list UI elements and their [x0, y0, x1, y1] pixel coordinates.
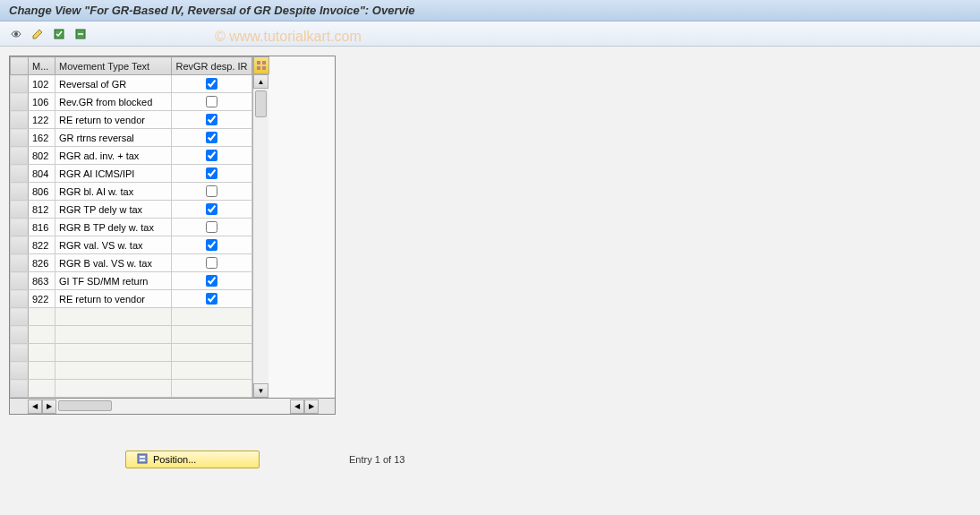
cell-code[interactable]: 102	[29, 75, 55, 93]
hscroll-track[interactable]	[56, 399, 290, 414]
cell-text[interactable]: Rev.GR from blocked	[55, 93, 172, 111]
row-selector[interactable]	[11, 201, 29, 219]
cell-code[interactable]: 804	[29, 165, 55, 183]
revgr-checkbox[interactable]	[206, 239, 217, 251]
cell-text[interactable]: Reversal of GR	[55, 75, 172, 93]
cell-check[interactable]	[172, 272, 252, 290]
revgr-checkbox[interactable]	[206, 275, 217, 287]
vscroll-track[interactable]	[253, 89, 268, 383]
row-selector[interactable]	[11, 254, 29, 272]
table-row[interactable]: 816 RGR B TP dely w. tax	[11, 219, 252, 236]
cell-code[interactable]: 863	[29, 272, 55, 290]
cell-code[interactable]: 822	[29, 236, 55, 254]
cell-text[interactable]: RGR val. VS w. tax	[55, 236, 172, 254]
cell-check[interactable]	[172, 75, 252, 93]
scroll-left-icon[interactable]: ▶	[42, 399, 56, 414]
header-selector[interactable]	[11, 57, 29, 75]
row-selector[interactable]	[11, 290, 29, 308]
cell-text[interactable]: RGR ad. inv. + tax	[55, 147, 172, 165]
cell-code[interactable]: 816	[29, 219, 55, 236]
horizontal-scrollbar[interactable]: ◀ ▶ ◀ ▶	[9, 399, 336, 415]
table-row[interactable]: 122 RE return to vendor	[11, 111, 252, 129]
cell-text[interactable]: RGR AI ICMS/IPI	[55, 165, 172, 183]
cell-check[interactable]	[172, 93, 252, 111]
cell-code[interactable]: 922	[29, 290, 55, 308]
revgr-checkbox[interactable]	[206, 185, 217, 197]
cell-code[interactable]: 162	[29, 129, 55, 147]
cell-code[interactable]: 812	[29, 201, 55, 219]
position-button[interactable]: Position...	[125, 451, 260, 468]
revgr-checkbox[interactable]	[206, 293, 217, 305]
row-selector[interactable]	[11, 272, 29, 290]
scroll-left-start-icon[interactable]: ◀	[28, 399, 42, 414]
cell-check[interactable]	[172, 111, 252, 129]
deselect-all-button[interactable]	[72, 25, 89, 43]
table-row[interactable]: 102 Reversal of GR	[11, 75, 252, 93]
cell-text[interactable]: RGR TP dely w tax	[55, 201, 172, 219]
table-row[interactable]: 826 RGR B val. VS w. tax	[11, 254, 252, 272]
cell-code[interactable]: 122	[29, 111, 55, 129]
vscroll-thumb[interactable]	[255, 90, 267, 117]
cell-check[interactable]	[172, 236, 252, 254]
row-selector[interactable]	[11, 93, 29, 111]
revgr-checkbox[interactable]	[206, 221, 217, 233]
change-selected-button[interactable]	[29, 25, 47, 43]
revgr-checkbox[interactable]	[206, 203, 217, 215]
cell-check[interactable]	[172, 147, 252, 165]
cell-text[interactable]: GI TF SD/MM return	[55, 272, 172, 290]
table-row[interactable]: 106 Rev.GR from blocked	[11, 93, 252, 111]
scroll-up-icon[interactable]: ▲	[253, 74, 268, 89]
cell-code[interactable]: 106	[29, 93, 55, 111]
table-row[interactable]: 804 RGR AI ICMS/IPI	[11, 165, 252, 183]
cell-check[interactable]	[172, 183, 252, 201]
cell-code[interactable]: 802	[29, 147, 55, 165]
cell-check[interactable]	[172, 219, 252, 236]
table-row[interactable]: 812 RGR TP dely w tax	[11, 201, 252, 219]
table-row[interactable]: 802 RGR ad. inv. + tax	[11, 147, 252, 165]
row-selector[interactable]	[11, 165, 29, 183]
row-selector[interactable]	[11, 111, 29, 129]
revgr-checkbox[interactable]	[206, 167, 217, 179]
row-selector[interactable]	[11, 129, 29, 147]
scroll-right-icon[interactable]: ◀	[290, 399, 304, 414]
cell-text[interactable]: GR rtrns reversal	[55, 129, 172, 147]
cell-code[interactable]: 806	[29, 183, 55, 201]
revgr-checkbox[interactable]	[206, 132, 217, 143]
cell-check[interactable]	[172, 165, 252, 183]
row-selector[interactable]	[11, 183, 29, 201]
cell-text[interactable]: RGR B val. VS w. tax	[55, 254, 172, 272]
cell-check[interactable]	[172, 290, 252, 308]
table-row[interactable]: 863 GI TF SD/MM return	[11, 272, 252, 290]
row-selector[interactable]	[11, 219, 29, 236]
revgr-checkbox[interactable]	[206, 96, 217, 107]
cell-check[interactable]	[172, 254, 252, 272]
table-row[interactable]: 162 GR rtrns reversal	[11, 129, 252, 147]
revgr-checkbox[interactable]	[206, 257, 217, 269]
scroll-down-icon[interactable]: ▼	[253, 383, 268, 398]
scroll-right-end-icon[interactable]: ▶	[304, 399, 319, 414]
header-text[interactable]: Movement Type Text	[55, 57, 172, 75]
hscroll-thumb[interactable]	[58, 400, 112, 411]
cell-text[interactable]: RE return to vendor	[55, 290, 172, 308]
row-selector[interactable]	[11, 236, 29, 254]
table-row[interactable]: 922 RE return to vendor	[11, 290, 252, 308]
header-code[interactable]: M...	[29, 57, 55, 75]
row-selector[interactable]	[11, 147, 29, 165]
cell-check[interactable]	[172, 201, 252, 219]
vertical-scrollbar[interactable]: ▲ ▼	[252, 56, 268, 398]
revgr-checkbox[interactable]	[206, 150, 217, 161]
cell-text[interactable]: RGR bl. AI w. tax	[55, 183, 172, 201]
cell-check[interactable]	[172, 129, 252, 147]
revgr-checkbox[interactable]	[206, 78, 217, 90]
table-row[interactable]: 806 RGR bl. AI w. tax	[11, 183, 252, 201]
cell-text[interactable]: RGR B TP dely w. tax	[55, 219, 172, 236]
revgr-checkbox[interactable]	[206, 114, 217, 125]
select-all-button[interactable]	[50, 25, 68, 43]
table-row[interactable]: 822 RGR val. VS w. tax	[11, 236, 252, 254]
table-config-icon[interactable]	[253, 56, 269, 74]
cell-text[interactable]: RE return to vendor	[55, 111, 172, 129]
cell-code[interactable]: 826	[29, 254, 55, 272]
header-check[interactable]: RevGR desp. IR	[172, 57, 252, 75]
toggle-display-change-button[interactable]	[7, 25, 25, 43]
row-selector[interactable]	[11, 75, 29, 93]
